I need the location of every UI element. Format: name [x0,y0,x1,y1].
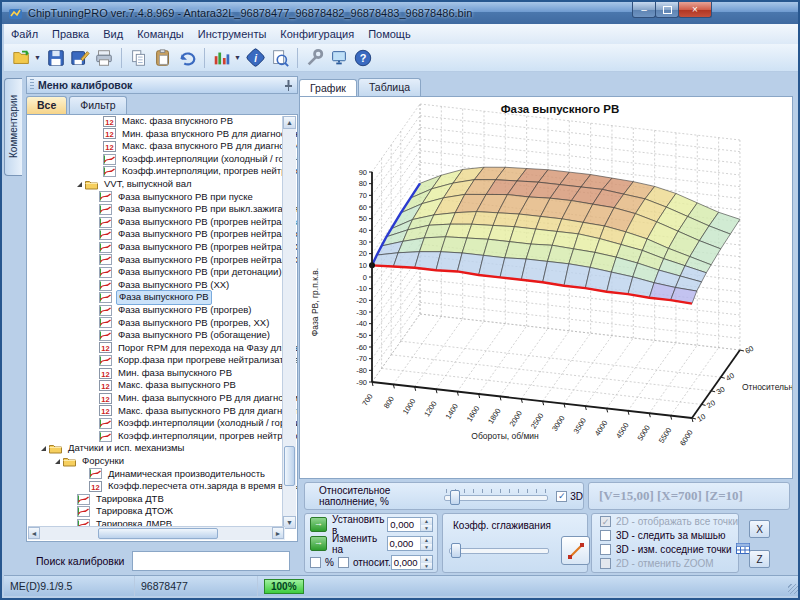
tree-item[interactable]: Фаза выпускного РВ (обогащение) [27,329,297,342]
menu-item-1[interactable]: Файл [4,26,45,42]
connection-icon[interactable] [327,46,351,70]
tree-item[interactable]: 12Мин. фаза впускного РВ для диагностики [27,128,297,141]
tree-item[interactable]: 12Мин. фаза выпускного РВ [27,367,297,380]
tree-item[interactable]: Фаза выпускного РВ (прогрев нейтрал., ХХ… [27,254,297,267]
compare-charts-icon[interactable] [210,46,234,70]
option-checkbox-1[interactable] [600,516,611,527]
option-row: 3D - изм. соседние точки [600,543,738,556]
tree-item[interactable]: Тарировка ДТОЖ [27,505,297,518]
minimize-button[interactable]: – [632,2,656,18]
dropdown-arrow-icon[interactable]: ▼ [34,54,41,61]
tab-filter[interactable]: Фильтр [69,96,126,114]
print-icon[interactable] [92,46,116,70]
tree-item[interactable]: Коэфф.интерполяции (холодный / горячий ) [27,417,297,430]
copy-icon[interactable] [127,46,151,70]
tab-chart[interactable]: График [299,79,357,97]
tree-item[interactable]: Корр.фаза при прогреве нейтрализатора [27,354,297,367]
tree-item[interactable]: Фаза выпускного РВ (при детонации) [27,266,297,279]
tree-item[interactable]: Коэфф.интерполяции (холодный / горячий ) [27,153,297,166]
tree-item[interactable]: Коэфф.интерполяции, прогрев нейтр. (холо… [27,430,297,443]
relative-value-spinner[interactable]: 0,000 ▲▼ [391,555,433,570]
svg-text:-70: -70 [356,354,367,363]
tree-item[interactable]: Фаза выпускного РВ (прогрев, ХХ) [27,317,297,330]
menu-item-4[interactable]: Команды [130,26,191,42]
tree-item[interactable]: Фаза выпускного РВ (прогрев нейтрализато… [27,216,297,229]
paste-icon[interactable] [151,46,175,70]
relative-checkbox[interactable] [338,557,349,568]
percent-checkbox[interactable] [310,557,321,568]
tree-item[interactable]: Датчики и исп. механизмы [27,442,297,455]
menu-item-5[interactable]: Инструменты [191,26,274,42]
calibration-tree: 12Макс. фаза впускного РВ12Мин. фаза впу… [26,114,298,542]
change-value-spinner[interactable]: 0,000 ▲▼ [387,536,433,551]
expander-icon[interactable] [77,182,82,187]
undo-icon[interactable] [175,46,199,70]
pin-icon[interactable] [284,79,293,91]
option-checkbox-3[interactable] [600,544,611,555]
tree-item[interactable]: Фаза выпускного РВ (прогрев нейтрал., ХХ… [27,241,297,254]
scroll-thumb[interactable] [284,446,295,486]
fill-slider[interactable] [444,489,548,503]
chart-area[interactable]: -90-80-70-60-50-40-30-20-100102030405060… [299,96,793,479]
preview-icon[interactable] [268,46,292,70]
tree-item[interactable]: Тарировка ДТВ [27,493,297,506]
resize-grip[interactable] [788,584,798,594]
set-value-spinner[interactable]: 0,000 ▲▼ [387,517,433,532]
tree-item[interactable]: Коэфф.интерполяции, прогрев нейтр. (холо… [27,165,297,178]
tree-item[interactable]: Фаза выпускного РВ (прогрев нейтрал., хо… [27,228,297,241]
menu-item-6[interactable]: Конфигурация [273,26,361,42]
tab-all[interactable]: Все [26,96,67,114]
dropdown-arrow-icon[interactable]: ▼ [234,54,241,61]
save-icon[interactable] [44,46,68,70]
scroll-up-icon[interactable]: ▲ [283,116,296,129]
tree-horizontal-scrollbar[interactable]: ◄ ► [28,526,285,540]
smoothing-slider[interactable] [449,542,549,556]
tree-item[interactable]: Фаза выпускного РВ при пуске [27,191,297,204]
search-input[interactable] [132,551,290,571]
tree-item[interactable]: Форсунки [27,455,297,468]
apply-change-button[interactable]: → [310,536,327,551]
tree-item[interactable]: VVT, выпускной вал [27,178,297,191]
apply-set-button[interactable]: → [310,517,327,532]
title-bar[interactable]: ChipTuningPRO ver.7.4.8.969 - Antara32L_… [2,2,798,24]
info-icon[interactable]: i [244,46,268,70]
menu-item-7[interactable]: Помощь [361,26,418,42]
option-checkbox-4[interactable] [600,558,611,569]
maximize-button[interactable] [655,2,679,18]
tree-item[interactable]: Фаза выпускного РВ (прогрев) [27,304,297,317]
tree-item[interactable]: 12Мин. фаза выпускного РВ для диагностик… [27,392,297,405]
tree-item[interactable]: Фаза выпускного РВ при выкл.зажигания [27,203,297,216]
tab-table[interactable]: Таблица [358,78,421,96]
x-axis-button[interactable]: X [749,520,770,538]
grid-icon[interactable] [736,543,750,556]
scroll-left-icon[interactable]: ◄ [28,527,40,539]
menu-item-2[interactable]: Правка [45,26,96,42]
help-icon[interactable]: ? [351,46,375,70]
comments-vertical-tab[interactable]: Комментарии [4,78,22,176]
expander-icon[interactable] [41,446,46,451]
edit-curve-button[interactable] [561,536,590,565]
z-axis-button[interactable]: Z [749,550,770,568]
close-button[interactable]: × [678,2,712,18]
save-as-icon[interactable] [68,46,92,70]
tree-item[interactable]: 12Порог RPM для перехода на Фазу для реж… [27,342,297,355]
tree-item[interactable]: Фаза выпускного РВ [27,291,297,304]
tree-item[interactable]: 12Макс. фаза впускного РВ для диагностик… [27,140,297,153]
expander-icon[interactable] [55,459,60,464]
tree-item[interactable]: 12Макс. фаза выпускного РВ [27,379,297,392]
option-checkbox-2[interactable] [600,530,611,541]
map-icon [99,254,112,265]
scroll-thumb[interactable] [98,528,218,539]
open-file-icon[interactable] [10,46,34,70]
3d-checkbox[interactable] [556,491,567,502]
tree-item[interactable]: Динамическая производительность [27,468,297,481]
tree-item[interactable]: 12Макс. фаза впускного РВ [27,115,297,128]
calibration-panel-header[interactable]: Меню калибровок [26,76,298,94]
settings-wrench-icon[interactable] [303,46,327,70]
tree-item[interactable]: 12Коэфф.пересчета отн.заряда в время впр… [27,480,297,493]
tree-item-label: Динамическая производительность [106,468,267,481]
scroll-right-icon[interactable]: ► [272,527,284,539]
menu-item-3[interactable]: Вид [96,26,130,42]
tree-item[interactable]: 12Макс. фаза выпускного РВ для диагности… [27,405,297,418]
tree-vertical-scrollbar[interactable]: ▲ ▼ [282,116,296,529]
